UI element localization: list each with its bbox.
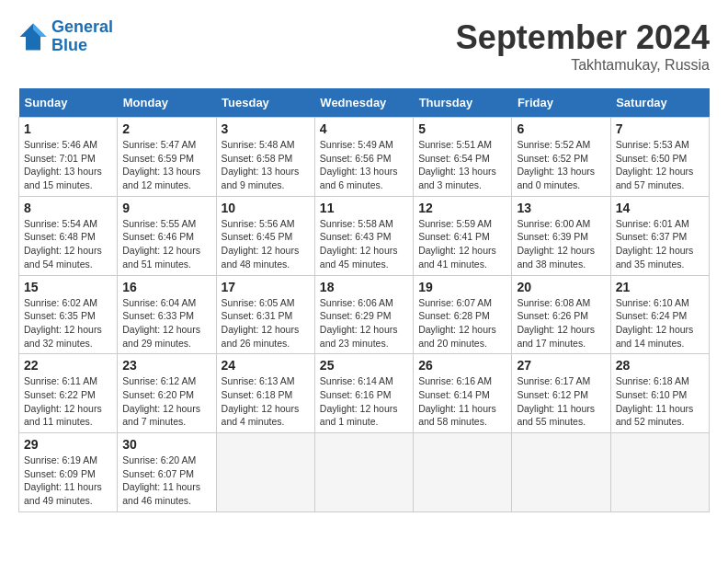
day-number: 5: [418, 121, 506, 136]
sunrise-label: Sunrise: 5:58 AM: [320, 218, 393, 229]
sunset-label: Sunset: 6:29 PM: [320, 310, 392, 321]
empty-cell: [314, 433, 413, 512]
day-info: Sunrise: 6:16 AM Sunset: 6:14 PM Dayligh…: [418, 374, 506, 429]
day-cell-24: 24 Sunrise: 6:13 AM Sunset: 6:18 PM Dayl…: [216, 354, 314, 433]
day-cell-3: 3 Sunrise: 5:48 AM Sunset: 6:58 PM Dayli…: [216, 118, 314, 197]
day-number: 17: [222, 280, 310, 294]
sunset-label: Sunset: 6:46 PM: [122, 231, 194, 242]
day-number: 11: [320, 201, 408, 215]
daylight-label: Daylight: 11 hours and 52 minutes.: [616, 403, 694, 428]
logo: General Blue: [18, 18, 113, 55]
sunrise-label: Sunrise: 6:13 AM: [222, 375, 295, 386]
sunrise-label: Sunrise: 6:06 AM: [320, 297, 393, 308]
day-number: 21: [616, 280, 704, 294]
calendar-row: 8 Sunrise: 5:54 AM Sunset: 6:48 PM Dayli…: [19, 196, 710, 275]
daylight-label: Daylight: 12 hours and 54 minutes.: [24, 245, 102, 270]
day-info: Sunrise: 5:47 AM Sunset: 6:59 PM Dayligh…: [122, 138, 210, 192]
location: Takhtamukay, Russia: [456, 57, 710, 74]
daylight-label: Daylight: 12 hours and 51 minutes.: [122, 245, 200, 270]
day-info: Sunrise: 6:10 AM Sunset: 6:24 PM Dayligh…: [616, 296, 704, 350]
daylight-label: Daylight: 12 hours and 48 minutes.: [222, 245, 300, 270]
day-number: 22: [24, 358, 112, 373]
daylight-label: Daylight: 12 hours and 57 minutes.: [616, 166, 694, 190]
sunset-label: Sunset: 6:31 PM: [222, 310, 293, 321]
day-cell-18: 18 Sunrise: 6:06 AM Sunset: 6:29 PM Dayl…: [314, 275, 413, 354]
daylight-label: Daylight: 11 hours and 55 minutes.: [517, 403, 595, 428]
day-info: Sunrise: 6:07 AM Sunset: 6:28 PM Dayligh…: [418, 296, 506, 350]
day-info: Sunrise: 6:13 AM Sunset: 6:18 PM Dayligh…: [222, 374, 310, 429]
day-number: 13: [517, 201, 605, 215]
sunrise-label: Sunrise: 6:20 AM: [122, 454, 196, 465]
sunset-label: Sunset: 6:26 PM: [517, 310, 588, 321]
sunset-label: Sunset: 6:12 PM: [517, 389, 588, 400]
sunrise-label: Sunrise: 5:54 AM: [24, 218, 97, 229]
day-number: 3: [222, 121, 310, 136]
daylight-label: Daylight: 13 hours and 9 minutes.: [222, 166, 300, 190]
day-info: Sunrise: 6:01 AM Sunset: 6:37 PM Dayligh…: [616, 217, 704, 271]
sunset-label: Sunset: 6:33 PM: [122, 310, 194, 321]
day-info: Sunrise: 5:49 AM Sunset: 6:56 PM Dayligh…: [320, 138, 408, 192]
day-cell-2: 2 Sunrise: 5:47 AM Sunset: 6:59 PM Dayli…: [118, 118, 216, 197]
day-info: Sunrise: 5:54 AM Sunset: 6:48 PM Dayligh…: [24, 217, 112, 271]
weekday-header-wednesday: Wednesday: [314, 88, 413, 118]
sunrise-label: Sunrise: 5:49 AM: [320, 139, 393, 150]
daylight-label: Daylight: 11 hours and 46 minutes.: [122, 481, 200, 506]
day-cell-19: 19 Sunrise: 6:07 AM Sunset: 6:28 PM Dayl…: [414, 275, 512, 354]
day-info: Sunrise: 5:53 AM Sunset: 6:50 PM Dayligh…: [616, 138, 704, 192]
day-info: Sunrise: 6:19 AM Sunset: 6:09 PM Dayligh…: [24, 454, 112, 508]
calendar-row: 15 Sunrise: 6:02 AM Sunset: 6:35 PM Dayl…: [19, 275, 710, 354]
sunset-label: Sunset: 6:18 PM: [222, 389, 293, 400]
day-number: 8: [24, 201, 112, 215]
day-info: Sunrise: 6:11 AM Sunset: 6:22 PM Dayligh…: [24, 374, 112, 429]
day-info: Sunrise: 5:58 AM Sunset: 6:43 PM Dayligh…: [320, 217, 408, 271]
sunrise-label: Sunrise: 6:12 AM: [122, 375, 196, 386]
weekday-header-saturday: Saturday: [610, 88, 709, 118]
day-cell-14: 14 Sunrise: 6:01 AM Sunset: 6:37 PM Dayl…: [610, 196, 709, 275]
day-number: 24: [222, 358, 310, 373]
logo-text: General Blue: [51, 18, 113, 55]
day-number: 14: [616, 201, 704, 215]
daylight-label: Daylight: 12 hours and 7 minutes.: [122, 403, 200, 428]
sunset-label: Sunset: 6:52 PM: [517, 153, 588, 164]
day-number: 19: [418, 280, 506, 294]
sunset-label: Sunset: 6:09 PM: [24, 468, 96, 479]
day-info: Sunrise: 6:04 AM Sunset: 6:33 PM Dayligh…: [122, 296, 210, 350]
weekday-header-sunday: Sunday: [19, 88, 118, 118]
sunset-label: Sunset: 6:07 PM: [122, 468, 194, 479]
daylight-label: Daylight: 13 hours and 3 minutes.: [418, 166, 496, 190]
day-cell-8: 8 Sunrise: 5:54 AM Sunset: 6:48 PM Dayli…: [19, 196, 118, 275]
day-cell-4: 4 Sunrise: 5:49 AM Sunset: 6:56 PM Dayli…: [314, 118, 413, 197]
daylight-label: Daylight: 12 hours and 14 minutes.: [616, 324, 694, 349]
day-cell-25: 25 Sunrise: 6:14 AM Sunset: 6:16 PM Dayl…: [314, 354, 413, 433]
sunrise-label: Sunrise: 6:01 AM: [616, 218, 689, 229]
sunset-label: Sunset: 6:20 PM: [122, 389, 194, 400]
sunset-label: Sunset: 6:41 PM: [418, 231, 490, 242]
day-info: Sunrise: 5:46 AM Sunset: 7:01 PM Dayligh…: [24, 138, 112, 192]
day-cell-1: 1 Sunrise: 5:46 AM Sunset: 7:01 PM Dayli…: [19, 118, 118, 197]
day-cell-23: 23 Sunrise: 6:12 AM Sunset: 6:20 PM Dayl…: [118, 354, 216, 433]
day-number: 16: [122, 280, 210, 294]
day-info: Sunrise: 5:48 AM Sunset: 6:58 PM Dayligh…: [222, 138, 310, 192]
weekday-header-thursday: Thursday: [414, 88, 512, 118]
day-cell-13: 13 Sunrise: 6:00 AM Sunset: 6:39 PM Dayl…: [512, 196, 610, 275]
day-cell-7: 7 Sunrise: 5:53 AM Sunset: 6:50 PM Dayli…: [610, 118, 709, 197]
day-number: 20: [517, 280, 605, 294]
daylight-label: Daylight: 12 hours and 26 minutes.: [222, 324, 300, 349]
sunrise-label: Sunrise: 6:17 AM: [517, 375, 590, 386]
daylight-label: Daylight: 12 hours and 35 minutes.: [616, 245, 694, 270]
sunrise-label: Sunrise: 5:59 AM: [418, 218, 492, 229]
empty-cell: [414, 433, 512, 512]
sunrise-label: Sunrise: 5:52 AM: [517, 139, 590, 150]
daylight-label: Daylight: 13 hours and 15 minutes.: [24, 166, 102, 190]
sunrise-label: Sunrise: 5:56 AM: [222, 218, 295, 229]
sunrise-label: Sunrise: 5:55 AM: [122, 218, 196, 229]
sunrise-label: Sunrise: 6:04 AM: [122, 297, 196, 308]
day-info: Sunrise: 6:20 AM Sunset: 6:07 PM Dayligh…: [122, 454, 210, 508]
sunrise-label: Sunrise: 6:11 AM: [24, 375, 97, 386]
sunset-label: Sunset: 6:45 PM: [222, 231, 293, 242]
day-cell-21: 21 Sunrise: 6:10 AM Sunset: 6:24 PM Dayl…: [610, 275, 709, 354]
sunset-label: Sunset: 7:01 PM: [24, 153, 96, 164]
sunset-label: Sunset: 6:14 PM: [418, 389, 490, 400]
day-number: 10: [222, 201, 310, 215]
day-cell-9: 9 Sunrise: 5:55 AM Sunset: 6:46 PM Dayli…: [118, 196, 216, 275]
